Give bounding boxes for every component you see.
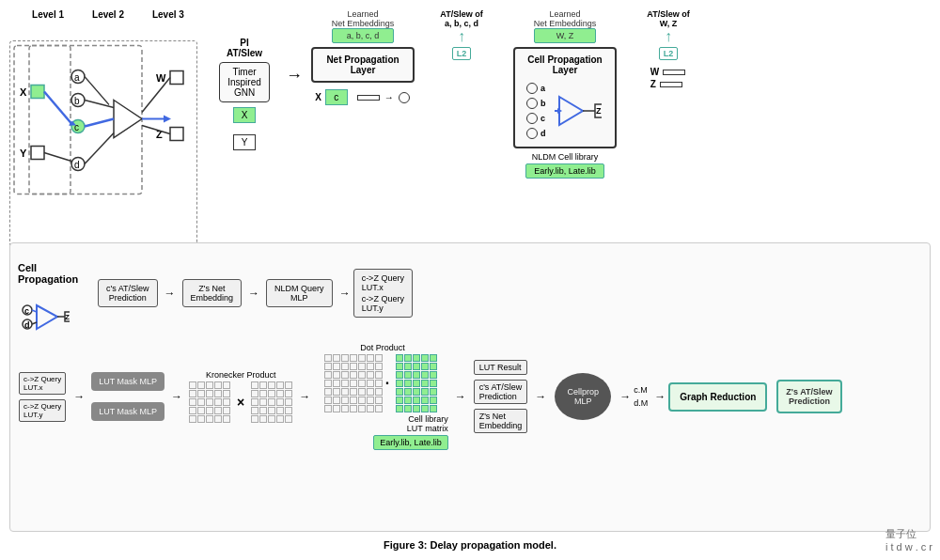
early-late-bar-bottom: Early.lib, Late.lib xyxy=(373,435,447,450)
svg-text:d: d xyxy=(24,320,30,330)
query-result-2: c->Z Query xyxy=(362,294,404,303)
at-slew-title-2: AT/Slew of W, Z xyxy=(647,9,689,28)
z-at-slew-box: Z's AT/Slew Prediction xyxy=(776,380,841,413)
svg-text:W: W xyxy=(156,72,166,84)
arrow-cm-dm: → xyxy=(619,390,631,403)
pi-at-slew-label: PI AT/Slew xyxy=(227,38,262,58)
lut-mask-section: → LUT Mask MLP LUT Mask MLP → Kronecker … xyxy=(70,343,767,450)
nldm-cell-label: NLDM Cell library Early.lib, Late.lib xyxy=(525,152,603,182)
c-at-slew-box: c's AT/Slew Prediction xyxy=(98,279,158,307)
svg-text:Y: Y xyxy=(20,148,27,159)
circuit-graph: X Y a b c d xyxy=(9,40,197,247)
arrow-lut-2: → xyxy=(171,390,182,403)
dm-label: d.M xyxy=(634,398,648,408)
query-result-lut-x: LUT.x xyxy=(362,283,404,292)
wz-output-boxes: W Z xyxy=(650,66,687,90)
gnn-text: Timer Inspired GNN xyxy=(227,67,261,98)
svg-text:d: d xyxy=(74,160,80,170)
level1-label: Level 1 xyxy=(32,9,64,20)
net-prop-text: Net Propagation Layer xyxy=(322,54,403,75)
z-net-embed-2: Z's Net Embedding xyxy=(474,409,528,433)
lut-inputs-col: c->Z QueryLUT.x c->Z QueryLUT.y xyxy=(18,371,67,423)
cell-b-label: b xyxy=(540,99,546,108)
grid-row: × xyxy=(185,381,296,423)
grid-matrix-2 xyxy=(251,381,292,423)
nldm-query-mlp-box: NLDM Query MLP xyxy=(266,279,333,307)
grid-matrix-1 xyxy=(189,381,230,423)
cell-lib-lut-label: Cell library LUT matrix Early.lib, Late.… xyxy=(373,414,447,450)
svg-line-16 xyxy=(85,101,114,108)
svg-rect-5 xyxy=(31,147,44,160)
svg-text:c: c xyxy=(74,122,79,132)
svg-rect-3 xyxy=(31,86,44,99)
z-net-embed-box: Z's Net Embedding xyxy=(182,279,243,307)
arrow-to-circle: → xyxy=(384,92,394,102)
svg-text:Z: Z xyxy=(596,106,602,116)
green-arrow-up-2: ↑ xyxy=(665,28,672,45)
top-area: Level 1 Level 2 Level 3 X Y xyxy=(9,9,931,235)
svg-marker-14 xyxy=(114,101,142,138)
early-late-bar-top: Early.lib, Late.lib xyxy=(525,163,603,179)
cell-b xyxy=(526,98,538,109)
lut-mask-mlp-2: LUT Mask MLP xyxy=(91,402,164,421)
bottom-expanded-area: Cell Propagation c d Z c's AT/Slew Predi… xyxy=(9,242,931,532)
svg-text:Z: Z xyxy=(65,313,70,321)
svg-line-27 xyxy=(85,133,114,164)
x-symbol: × xyxy=(237,395,244,410)
abcd-bar: a, b, c, d xyxy=(332,28,395,43)
lut-query-y: c->Z QueryLUT.y xyxy=(19,399,66,422)
arrow-to-net-prop: → xyxy=(286,66,303,86)
gnn-section: PI AT/Slew Timer Inspired GNN X Y xyxy=(207,38,282,151)
l2-badge-1: L2 xyxy=(452,47,472,60)
cell-c xyxy=(526,113,538,124)
level3-label: Level 3 xyxy=(152,9,184,20)
cell-prop-box-top: Cell Propagation Layer a b c xyxy=(513,47,617,148)
lut-result-box: LUT Result xyxy=(474,360,528,375)
svg-rect-18 xyxy=(170,71,183,85)
watermark: 量子位 i t d w . c r xyxy=(885,527,932,552)
w-box xyxy=(663,70,685,75)
cell-a xyxy=(526,83,538,94)
z-box xyxy=(660,82,682,87)
cell-a-label: a xyxy=(540,84,545,93)
w-label: W xyxy=(650,67,659,77)
svg-rect-20 xyxy=(170,128,183,141)
net-prop-inputs: X c → xyxy=(315,88,411,106)
query-result-1: c->Z Query xyxy=(362,273,404,283)
gnn-x-input: X xyxy=(233,107,256,123)
query-results-box: c->Z Query LUT.x c->Z Query LUT.y xyxy=(353,269,413,318)
arrow3: → xyxy=(339,287,351,300)
svg-text:a: a xyxy=(74,72,80,83)
bottom-bottom-row: c->Z QueryLUT.x c->Z QueryLUT.y → LUT Ma… xyxy=(18,343,922,450)
main-container: Level 1 Level 2 Level 3 X Y xyxy=(0,0,940,560)
c-at-slew-2: c's AT/Slew Prediction xyxy=(474,380,528,404)
learned-label-2: Learned Net Embeddings W, Z xyxy=(534,9,597,47)
cell-prop-text: Cell Propagation Layer xyxy=(525,54,605,75)
dot-symbol: · xyxy=(385,375,389,392)
at-slew-wz-section: AT/Slew of W, Z ↑ L2 W Z xyxy=(631,9,706,90)
at-slew-output-section: AT/Slew of a, b, c, d ↑ L2 xyxy=(424,9,499,62)
svg-line-23 xyxy=(44,92,71,124)
arrow-to-lut-result: → xyxy=(455,390,466,403)
cell-prop-label: Cell Propagation c d Z xyxy=(18,251,88,335)
bottom-top-row: Cell Propagation c d Z c's AT/Slew Predi… xyxy=(18,251,922,335)
svg-line-25 xyxy=(44,153,71,162)
figure-caption: Figure 3: Delay propagation model. xyxy=(9,536,931,551)
wz-bar: W, Z xyxy=(534,28,597,43)
cell-c-label: c xyxy=(540,114,545,123)
arrow2: → xyxy=(248,287,259,300)
at-slew-title-1: AT/Slew of a, b, c, d xyxy=(440,9,482,28)
kronecker-label: Kronecker Product xyxy=(206,370,276,380)
z-at-slew-section: Z's AT/Slew Prediction xyxy=(773,380,845,413)
arrow-to-cellprop: → xyxy=(535,390,546,403)
graph-reduction-box: Graph Reduction xyxy=(668,382,767,412)
net-prop-box: Net Propagation Layer xyxy=(311,47,415,83)
cell-d-label: d xyxy=(540,129,546,138)
l2-badge-2: L2 xyxy=(659,47,679,60)
result-matrix xyxy=(324,354,383,412)
cell-prop-svg: c d Z xyxy=(18,296,70,334)
z-label: Z xyxy=(650,79,656,89)
arrow1: → xyxy=(164,287,176,300)
svg-text:c: c xyxy=(24,306,29,316)
dot-product-section: Dot Product · xyxy=(317,343,447,450)
